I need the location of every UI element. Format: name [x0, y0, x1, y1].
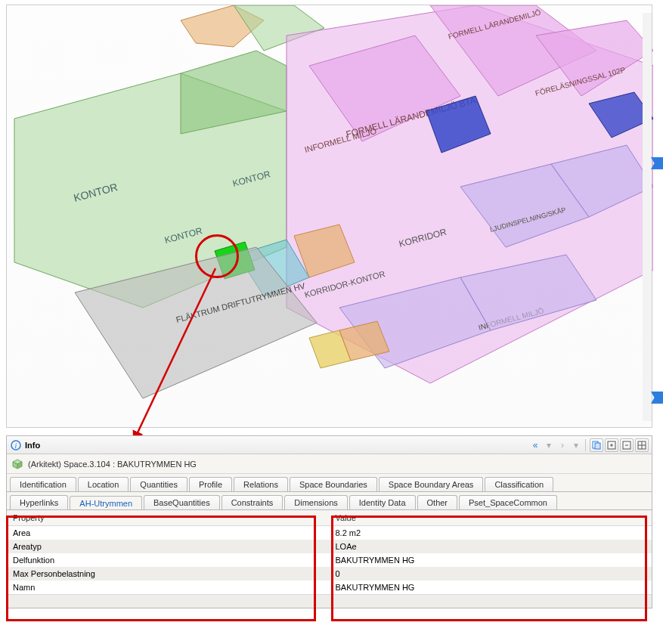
tab-basequantities[interactable]: BaseQuantities: [144, 495, 220, 509]
scrollbar-vertical[interactable]: [643, 13, 652, 421]
tab-space-boundaries[interactable]: Space Boundaries: [290, 477, 377, 491]
prop-value[interactable]: BAKUTRYMMEN HG: [330, 553, 652, 567]
svg-text:i: i: [15, 441, 17, 450]
tab-pset-spacecommon[interactable]: Pset_SpaceCommon: [459, 495, 557, 509]
tab-identity-data[interactable]: Identity Data: [349, 495, 416, 509]
prop-name[interactable]: Area: [7, 526, 330, 540]
tabs-row-2: Hyperlinks AH-Utrymmen BaseQuantities Co…: [7, 491, 652, 509]
expand-button[interactable]: [605, 438, 618, 452]
prop-name[interactable]: Areatyp: [7, 540, 330, 553]
svg-rect-4: [595, 443, 600, 449]
nav-next-button[interactable]: ›: [556, 438, 569, 452]
info-header: i Info « ▾ › ▾: [7, 436, 652, 454]
tab-relations[interactable]: Relations: [234, 477, 288, 491]
object-name: (Arkitekt) Space.3.104 : BAKUTRYMMEN HG: [28, 460, 197, 469]
property-name-column: Property Area Areatyp Delfunktion Max Pe…: [7, 510, 330, 594]
3d-viewport[interactable]: KONTOR KONTOR KONTOR FORMELL LÄRANDEMILJ…: [6, 5, 652, 428]
cube-icon: [11, 458, 23, 470]
object-name-row: (Arkitekt) Space.3.104 : BAKUTRYMMEN HG: [7, 454, 652, 474]
status-strip: [7, 594, 652, 608]
nav-dropdown-button[interactable]: ▾: [569, 438, 583, 452]
property-value-column: Value 8.2 m2 LOAe BAKUTRYMMEN HG 0 BAKUT…: [330, 510, 652, 594]
prop-value[interactable]: 0: [330, 567, 652, 581]
value-header: Value: [330, 510, 652, 526]
copy-button[interactable]: [590, 438, 603, 452]
prop-value[interactable]: 8.2 m2: [330, 526, 652, 540]
tab-other[interactable]: Other: [417, 495, 458, 509]
grid-button[interactable]: [635, 438, 649, 452]
tab-classification[interactable]: Classification: [485, 477, 553, 491]
tabs-row-1: Identification Location Quantities Profi…: [7, 474, 652, 491]
tab-dimensions[interactable]: Dimensions: [284, 495, 347, 509]
tab-profile[interactable]: Profile: [189, 477, 232, 491]
prop-value[interactable]: BAKUTRYMMEN HG: [330, 581, 652, 594]
info-icon: i: [10, 439, 22, 451]
prop-name[interactable]: Namn: [7, 581, 330, 594]
prop-value[interactable]: LOAe: [330, 540, 652, 553]
tab-constraints[interactable]: Constraints: [222, 495, 283, 509]
nav-prev-button[interactable]: ▾: [542, 438, 556, 452]
tab-ah-utrymmen[interactable]: AH-Utrymmen: [70, 496, 142, 510]
tab-quantities[interactable]: Quantities: [130, 477, 187, 491]
prop-name[interactable]: Delfunktion: [7, 553, 330, 567]
nav-first-button[interactable]: «: [528, 438, 542, 452]
property-grid: Property Area Areatyp Delfunktion Max Pe…: [7, 509, 652, 594]
property-header: Property: [7, 510, 330, 526]
prop-name[interactable]: Max Personbelastning: [7, 567, 330, 581]
tab-identification[interactable]: Identification: [10, 477, 76, 491]
floorplan-svg[interactable]: KONTOR KONTOR KONTOR FORMELL LÄRANDEMILJ…: [7, 5, 653, 429]
info-panel: i Info « ▾ › ▾ (Arkitekt) Space.3.104 : …: [6, 435, 652, 608]
tab-hyperlinks[interactable]: Hyperlinks: [10, 495, 68, 509]
collapse-button[interactable]: [620, 438, 634, 452]
tab-space-boundary-areas[interactable]: Space Boundary Areas: [379, 477, 484, 491]
tab-location[interactable]: Location: [78, 477, 129, 491]
info-title: Info: [25, 441, 40, 450]
